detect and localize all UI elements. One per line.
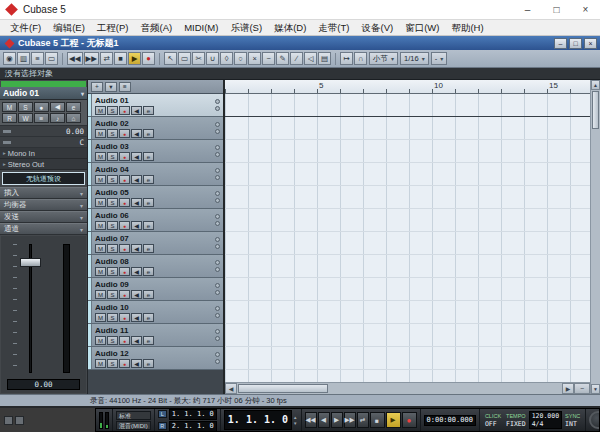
menu-item-5[interactable]: 乐谱(S) [224,20,268,36]
freeze-button[interactable]: ≡ [34,113,49,123]
record-enable-button[interactable]: ● [34,102,49,112]
project-minimize-button[interactable]: – [554,38,567,49]
edit-button[interactable]: e [143,129,154,138]
track-preset-box[interactable]: 无轨道预设 [2,172,85,185]
record-enable-button[interactable]: ● [119,129,130,138]
write-automation-button[interactable]: W [18,113,33,123]
record-enable-button[interactable]: ● [119,244,130,253]
menu-item-2[interactable]: 工程(P) [91,20,135,36]
rewind-button[interactable]: ◀◀ [67,52,83,65]
solo-button[interactable]: S [107,198,118,207]
record-button[interactable]: ● [142,52,155,65]
monitor-button[interactable]: ◀ [50,102,65,112]
mute-button[interactable]: M [95,221,106,230]
menu-item-4[interactable]: MIDI(M) [178,20,224,36]
jog-wheel[interactable] [589,411,600,429]
track-scale-button[interactable]: ▾ [105,82,117,92]
mute-button[interactable]: M [95,175,106,184]
monitor-button[interactable]: ◀ [131,313,142,322]
edit-channel-button[interactable]: e [66,102,81,112]
edit-button[interactable]: e [143,336,154,345]
menu-item-10[interactable]: 帮助(H) [445,20,489,36]
volume-row[interactable]: 0.00 [0,126,87,137]
record-enable-button[interactable]: ● [119,267,130,276]
track-row[interactable]: Audio 09MS●◀e [88,278,223,301]
vertical-scroll-track[interactable] [591,90,600,384]
record-enable-button[interactable]: ● [119,106,130,115]
color-tool[interactable]: ▤ [318,52,331,65]
record-enable-button[interactable]: ● [119,152,130,161]
play-button[interactable]: ▶ [386,412,401,428]
monitor-button[interactable]: ◀ [131,290,142,299]
record-enable-button[interactable]: ● [119,359,130,368]
forward-button[interactable]: ▶▶ [84,52,100,65]
mute-button[interactable]: M [95,313,106,322]
erase-tool[interactable]: ◊ [220,52,233,65]
edit-button[interactable]: e [143,267,154,276]
edit-button[interactable]: e [143,313,154,322]
horizontal-scroll-track[interactable] [237,383,562,394]
lock-button[interactable]: ⌂ [66,113,81,123]
mute-button[interactable]: M [95,152,106,161]
add-track-button[interactable]: + [91,82,103,92]
edit-button[interactable]: e [143,106,154,115]
edit-button[interactable]: e [143,244,154,253]
track-row[interactable]: Audio 11MS●◀e [88,324,223,347]
volume-fader[interactable] [20,258,41,267]
solo-button[interactable]: S [107,313,118,322]
mute-tool[interactable]: × [248,52,261,65]
record-enable-button[interactable]: ● [119,175,130,184]
color-menu-dropdown[interactable]: - ▾ [431,52,448,65]
project-close-button[interactable]: × [584,38,597,49]
track-row[interactable]: Audio 10MS●◀e [88,301,223,324]
menu-item-9[interactable]: 窗口(W) [399,20,445,36]
mute-button[interactable]: M [95,198,106,207]
scroll-left-button[interactable]: ◀ [225,383,237,394]
solo-button[interactable]: S [107,244,118,253]
cycle-button[interactable]: ⇄ [100,52,113,65]
primary-time-display[interactable]: 1. 1. 1. 0 [224,410,292,430]
inspector-section-2[interactable]: 发送▾ [0,211,87,223]
edit-button[interactable]: e [143,359,154,368]
midi-record-mode[interactable]: 混音(MIDI) [116,421,151,430]
right-locator-display[interactable]: 2. 1. 1. 0 [169,421,217,432]
solo-button[interactable]: S [107,152,118,161]
track-controls-button[interactable]: ≡ [119,82,131,92]
forward-button[interactable]: ▶ [331,412,343,428]
record-enable-button[interactable]: ● [119,198,130,207]
input-routing-row[interactable]: ▸ Mono In [0,148,87,159]
track-row[interactable]: Audio 03MS●◀e [88,140,223,163]
menu-item-1[interactable]: 编辑(E) [47,20,91,36]
object-select-tool[interactable]: ↖ [164,52,177,65]
mute-button[interactable]: M [95,244,106,253]
play-tool[interactable]: ◁ [304,52,317,65]
vertical-scroll-thumb[interactable] [592,91,599,129]
edit-button[interactable]: e [143,175,154,184]
position-spinner[interactable]: ▲▼ [293,415,297,426]
rewind-button[interactable]: ◀ [318,412,330,428]
project-titlebar[interactable]: Cubase 5 工程 - 无标题1 – □ × [0,36,600,50]
solo-button[interactable]: S [107,129,118,138]
line-tool[interactable]: ∕ [290,52,303,65]
record-button[interactable]: ● [402,412,417,428]
stop-button[interactable]: ■ [114,52,127,65]
solo-button[interactable]: S [107,290,118,299]
scroll-down-button[interactable]: ▼ [591,384,600,394]
mute-button[interactable]: M [95,290,106,299]
inspector-section-1[interactable]: 均衡器▾ [0,199,87,211]
show-overview-button[interactable]: ▭ [45,52,58,65]
mute-button[interactable]: M [95,336,106,345]
monitor-button[interactable]: ◀ [131,152,142,161]
menu-item-7[interactable]: 走带(T) [312,20,355,36]
menu-item-0[interactable]: 文件(F) [4,20,47,36]
goto-previous-marker-button[interactable]: ◀◀ [305,412,317,428]
zoom-tool[interactable]: ○ [234,52,247,65]
monitor-button[interactable]: ◀ [131,221,142,230]
linear-record-mode[interactable]: 标准 [116,411,151,420]
monitor-button[interactable]: ◀ [131,198,142,207]
edit-button[interactable]: e [143,221,154,230]
mute-button[interactable]: M [2,102,17,112]
goto-right-locator-button[interactable]: R [158,422,167,430]
tempo-display[interactable]: 120.000 4/4 [529,411,562,429]
show-inspector-button[interactable]: ▥ [17,52,30,65]
